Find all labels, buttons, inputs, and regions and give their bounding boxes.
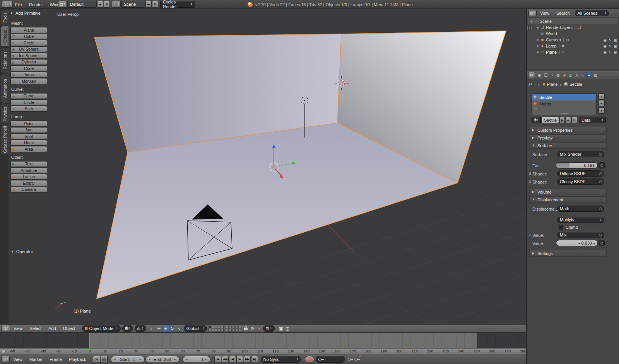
shader2-select[interactable]: Glossy BSDF — [557, 179, 604, 185]
shader1-select[interactable]: Diffuse BSDF — [557, 170, 604, 177]
current-frame-field[interactable]: 1 — [183, 356, 210, 363]
tool-tab[interactable]: Tools — [1, 10, 9, 25]
screen-layout-field[interactable]: Default — [67, 1, 97, 8]
expander-icon[interactable]: ⊕ — [535, 26, 540, 29]
visibility-icon[interactable]: ◉ — [604, 38, 607, 42]
display-scope-select[interactable]: All Scenes — [575, 10, 609, 16]
playback-button[interactable]: |◀ — [214, 356, 221, 363]
editor-type-button[interactable]: i — [2, 1, 13, 8]
viewport-3d[interactable]: User Persp (1) Plane — [48, 9, 526, 324]
pivot-align-toggle[interactable]: ⇔ — [148, 325, 154, 332]
tab-world[interactable]: ◍ — [555, 72, 561, 78]
renderability-icon[interactable]: ▣ — [614, 38, 617, 42]
playback-button[interactable]: ▶ — [236, 356, 243, 363]
primitive-button[interactable]: ◈Ico Sphere — [10, 53, 47, 59]
mode-select[interactable]: Object Mode — [82, 325, 121, 332]
panel-grip[interactable] — [42, 10, 47, 14]
tab-render[interactable]: ◉ — [537, 72, 543, 78]
layer-cell[interactable] — [238, 326, 241, 328]
menu-item[interactable]: Playback — [65, 357, 90, 362]
editor-type-button[interactable]: ◪ — [2, 325, 10, 332]
material-slot[interactable]: Muros — [532, 100, 596, 107]
tool-tab[interactable]: Create — [1, 26, 9, 47]
layer-cell[interactable] — [221, 329, 224, 332]
layer-cell[interactable] — [232, 326, 235, 328]
menu-item[interactable]: Add — [45, 326, 60, 331]
tab-modifiers[interactable]: ◬ — [574, 72, 580, 78]
primitive-button[interactable]: ◣Spot — [10, 133, 47, 139]
outliner-row[interactable]: ⊕ ❏ RenderLayers | ❏ — [528, 24, 618, 31]
slot-specials-button[interactable]: ▼ — [598, 107, 605, 114]
layer-cell[interactable] — [221, 326, 224, 328]
outliner-row[interactable]: ◍ World — [528, 31, 618, 37]
layer-cell[interactable] — [229, 329, 232, 332]
layer-cell[interactable] — [209, 329, 211, 332]
layer-cell[interactable] — [215, 326, 217, 328]
material-link-select[interactable]: Data — [579, 117, 606, 123]
primitive-button[interactable]: ⋔Armature — [10, 167, 47, 173]
value2-socket-button[interactable] — [598, 240, 605, 246]
menu-item[interactable]: Search — [553, 11, 573, 15]
add-scene-button[interactable]: + — [145, 1, 152, 8]
outliner-row[interactable]: ⊕ ● Lamp | ✺ ◉ ↖ ▣ — [528, 43, 618, 49]
tab-render-layers[interactable]: ❏ — [543, 72, 549, 78]
material-name-field[interactable]: Sectile — [541, 117, 559, 123]
new-material-button[interactable]: + — [565, 117, 571, 123]
scene-name-field[interactable]: Scene — [121, 1, 145, 8]
layer-cell[interactable] — [212, 329, 214, 332]
manipulator-button[interactable]: ↻ — [169, 325, 176, 332]
layer-cell[interactable] — [218, 326, 221, 328]
outliner-row[interactable]: ⊕ ▽ Plane | ▽ ◉ ↖ ▣ — [528, 49, 618, 55]
selectability-icon[interactable]: ↖ — [609, 50, 612, 54]
selectability-icon[interactable]: ↖ — [609, 38, 612, 42]
auto-keyframe-toggle[interactable] — [305, 356, 314, 363]
tab-object-data[interactable]: ▽ — [580, 72, 586, 78]
opengl-render-anim-button[interactable]: ◫ — [284, 325, 291, 332]
orientation-select[interactable]: Global — [184, 325, 207, 332]
primitive-button[interactable]: ◠Hemi — [10, 140, 47, 146]
visibility-icon[interactable]: ◉ — [604, 44, 607, 48]
snap-magnet-toggle[interactable]: ∩ — [256, 325, 262, 332]
material-slot-list[interactable]: SectileMuros ⊕ — [532, 94, 597, 115]
lock-to-scene-toggle[interactable] — [243, 325, 249, 332]
primitive-button[interactable]: FText — [10, 161, 47, 167]
preview-panel-header[interactable]: Preview — [529, 134, 607, 141]
fake-user-button[interactable]: F — [559, 117, 565, 123]
value2-field[interactable]: 0.030 — [556, 240, 598, 246]
add-slot-button[interactable]: + — [598, 94, 605, 100]
fac-slider[interactable]: 0.191 — [556, 162, 598, 168]
timeline-track[interactable] — [0, 333, 526, 348]
menu-item[interactable]: View — [10, 326, 26, 331]
primitive-button[interactable]: ⊕UV Sphere — [10, 46, 47, 53]
time-indicator-toggle[interactable]: ◷ — [93, 356, 100, 363]
primitive-button[interactable]: ▣Camera — [10, 187, 47, 193]
layer-cell[interactable] — [218, 329, 221, 332]
renderability-icon[interactable]: ▣ — [614, 44, 617, 48]
remove-slot-button[interactable]: − — [598, 100, 605, 106]
menu-item[interactable]: View — [10, 357, 26, 362]
sync-mode-select[interactable]: No Sync — [261, 356, 301, 363]
primitive-button[interactable]: ❒Cube — [10, 34, 47, 40]
unlink-material-button[interactable]: ✕ — [571, 117, 577, 123]
editor-type-button[interactable]: ◷ — [2, 356, 10, 363]
start-frame-field[interactable]: Start:1 — [111, 356, 145, 363]
screen-layout-icon-button[interactable]: ▤ — [58, 1, 67, 8]
editor-type-button[interactable]: ▤ — [528, 10, 537, 16]
close-scene-button[interactable]: ✕ — [152, 1, 158, 8]
pin-icon[interactable]: ⚲ — [527, 82, 533, 87]
operator-panel-header[interactable]: Operator — [11, 249, 33, 254]
custom-properties-panel-header[interactable]: Custom Properties — [529, 127, 607, 133]
selectability-icon[interactable]: ↖ — [609, 44, 612, 48]
value1-select[interactable]: Mix — [557, 232, 604, 238]
tab-constraints[interactable]: ◫ — [568, 72, 574, 78]
list-resize-handle[interactable] — [561, 112, 568, 114]
menu-item[interactable]: Select — [26, 326, 45, 331]
snap-element-select[interactable]: ⊡ — [263, 325, 275, 332]
menu-item[interactable]: Marker — [26, 357, 46, 362]
expander-icon[interactable]: ⊕ — [535, 44, 540, 48]
lock-time-cursor-toggle[interactable] — [100, 356, 108, 363]
playback-button[interactable]: ▶| — [251, 356, 258, 363]
primitive-button[interactable]: ∿Curve — [10, 93, 47, 99]
proportional-edit-toggle[interactable]: ⊙ — [249, 325, 256, 332]
tab-scene[interactable]: ◔ — [549, 72, 555, 78]
